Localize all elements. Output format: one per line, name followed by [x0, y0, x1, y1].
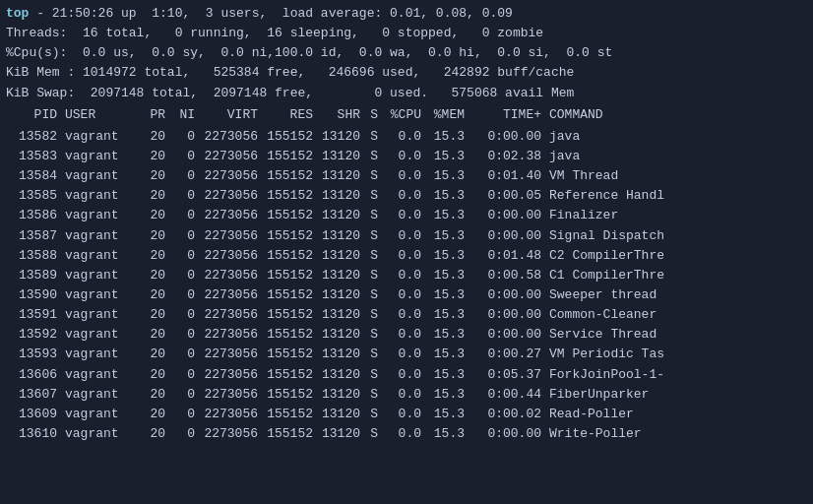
cell-ni: 0: [165, 345, 195, 364]
cell-pr: 20: [136, 226, 165, 246]
cell-cmd: C2 CompilerThre: [541, 246, 807, 266]
cell-virt: 2273056: [195, 206, 258, 225]
table-row: 13588 vagrant 20 0 2273056 155152 13120 …: [6, 246, 807, 266]
cell-ni: 0: [165, 424, 195, 444]
cell-s: S: [360, 206, 378, 225]
cell-shr: 13120: [313, 385, 360, 405]
cell-s: S: [360, 345, 378, 364]
table-header: PID USER PR NI VIRT RES SHR S %CPU %MEM …: [6, 103, 807, 127]
cell-pid: 13610: [6, 424, 57, 444]
cell-pid: 13587: [6, 226, 57, 246]
cell-cmd: VM Periodic Tas: [541, 345, 807, 364]
col-header-cpu: %CPU: [378, 105, 421, 125]
cell-shr: 13120: [313, 206, 360, 225]
cell-virt: 2273056: [195, 405, 258, 424]
cell-cpu: 0.0: [378, 285, 421, 305]
cell-mem: 15.3: [421, 206, 465, 225]
cell-shr: 13120: [313, 246, 360, 266]
cell-shr: 13120: [313, 166, 360, 186]
cell-ni: 0: [165, 266, 195, 285]
cell-cmd: Signal Dispatch: [541, 226, 807, 246]
cell-time: 0:00.00: [465, 424, 541, 444]
cell-cpu: 0.0: [378, 424, 421, 444]
cell-s: S: [360, 285, 378, 305]
cell-cpu: 0.0: [378, 385, 421, 405]
cell-ni: 0: [165, 186, 195, 206]
cell-s: S: [360, 266, 378, 285]
cell-cmd: VM Thread: [541, 166, 807, 186]
cell-s: S: [360, 405, 378, 424]
table-row: 13593 vagrant 20 0 2273056 155152 13120 …: [6, 345, 807, 364]
cell-res: 155152: [258, 405, 313, 424]
cell-res: 155152: [258, 285, 313, 305]
cell-time: 0:02.38: [465, 147, 541, 166]
cell-time: 0:01.48: [465, 246, 541, 266]
cell-virt: 2273056: [195, 186, 258, 206]
cell-virt: 2273056: [195, 365, 258, 385]
cell-ni: 0: [165, 226, 195, 246]
cell-user: vagrant: [57, 186, 136, 206]
cell-res: 155152: [258, 127, 313, 147]
cell-ni: 0: [165, 147, 195, 166]
cell-s: S: [360, 127, 378, 147]
table-row: 13607 vagrant 20 0 2273056 155152 13120 …: [6, 385, 807, 405]
cell-pid: 13590: [6, 285, 57, 305]
cell-user: vagrant: [57, 305, 136, 325]
cell-res: 155152: [258, 365, 313, 385]
cell-user: vagrant: [57, 166, 136, 186]
cell-cmd: Common-Cleaner: [541, 305, 807, 325]
table-row: 13589 vagrant 20 0 2273056 155152 13120 …: [6, 266, 807, 285]
cell-cpu: 0.0: [378, 266, 421, 285]
cell-mem: 15.3: [421, 147, 465, 166]
cell-ni: 0: [165, 405, 195, 424]
cell-virt: 2273056: [195, 325, 258, 345]
col-header-user: USER: [57, 105, 136, 125]
table-row: 13591 vagrant 20 0 2273056 155152 13120 …: [6, 305, 807, 325]
cell-ni: 0: [165, 305, 195, 325]
cell-pid: 13592: [6, 325, 57, 345]
cell-s: S: [360, 365, 378, 385]
cell-virt: 2273056: [195, 285, 258, 305]
cell-pr: 20: [136, 206, 165, 225]
table-row: 13582 vagrant 20 0 2273056 155152 13120 …: [6, 127, 807, 147]
cell-shr: 13120: [313, 365, 360, 385]
cell-pr: 20: [136, 385, 165, 405]
cell-pr: 20: [136, 424, 165, 444]
cell-pr: 20: [136, 166, 165, 186]
cell-pr: 20: [136, 246, 165, 266]
cell-time: 0:00.58: [465, 266, 541, 285]
cell-user: vagrant: [57, 127, 136, 147]
cell-ni: 0: [165, 325, 195, 345]
cell-res: 155152: [258, 166, 313, 186]
cell-mem: 15.3: [421, 325, 465, 345]
table-row: 13585 vagrant 20 0 2273056 155152 13120 …: [6, 186, 807, 206]
cell-mem: 15.3: [421, 424, 465, 444]
cell-mem: 15.3: [421, 186, 465, 206]
cell-s: S: [360, 186, 378, 206]
cell-virt: 2273056: [195, 166, 258, 186]
cell-pr: 20: [136, 345, 165, 364]
cell-ni: 0: [165, 127, 195, 147]
cell-shr: 13120: [313, 345, 360, 364]
table-row: 13592 vagrant 20 0 2273056 155152 13120 …: [6, 325, 807, 345]
cell-cmd: ForkJoinPool-1-: [541, 365, 807, 385]
cell-cmd: Sweeper thread: [541, 285, 807, 305]
cell-pid: 13585: [6, 186, 57, 206]
cell-cmd: Read-Poller: [541, 405, 807, 424]
col-header-ni: NI: [165, 105, 195, 125]
cell-time: 0:00.00: [465, 226, 541, 246]
cell-virt: 2273056: [195, 345, 258, 364]
cell-pid: 13606: [6, 365, 57, 385]
cell-mem: 15.3: [421, 405, 465, 424]
cell-time: 0:00.44: [465, 385, 541, 405]
cell-s: S: [360, 385, 378, 405]
cell-user: vagrant: [57, 285, 136, 305]
cell-s: S: [360, 226, 378, 246]
cell-user: vagrant: [57, 405, 136, 424]
cell-time: 0:00.00: [465, 305, 541, 325]
cell-shr: 13120: [313, 147, 360, 166]
cell-virt: 2273056: [195, 226, 258, 246]
col-header-pid: PID: [6, 105, 57, 125]
cell-user: vagrant: [57, 424, 136, 444]
table-row: 13586 vagrant 20 0 2273056 155152 13120 …: [6, 206, 807, 225]
